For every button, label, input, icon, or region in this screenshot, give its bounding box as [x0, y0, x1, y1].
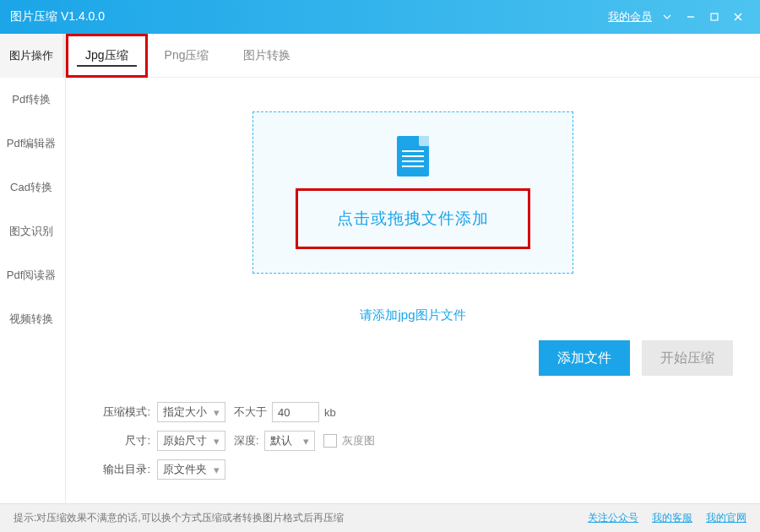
footer-tip: 提示:对压缩效果不满意的话,可以换个方式压缩或者转换图片格式后再压缩: [14, 511, 344, 525]
depth-label: 深度:: [234, 433, 259, 448]
sidebar-item-label: Pdf转换: [12, 92, 51, 107]
start-compress-button: 开始压缩: [642, 340, 733, 376]
size-label: 尺寸:: [91, 433, 150, 448]
tab-png[interactable]: Png压缩: [148, 34, 226, 78]
app-title: 图片压缩 V1.4.0.0: [10, 9, 105, 24]
sidebar-item-label: 图片操作: [9, 48, 53, 63]
sidebar-item-label: Pdf阅读器: [7, 268, 57, 283]
sidebar-item-image[interactable]: 图片操作: [0, 34, 65, 78]
drop-hint: 请添加jpg图片文件: [360, 307, 465, 323]
titlebar: 图片压缩 V1.4.0.0 我的会员: [0, 0, 760, 34]
maximize-button[interactable]: [703, 5, 726, 29]
footer: 提示:对压缩效果不满意的话,可以换个方式压缩或者转换图片格式后再压缩 关注公众号…: [0, 503, 760, 532]
footer-link-support[interactable]: 我的客服: [652, 511, 692, 525]
chevron-down-icon: ▾: [214, 464, 220, 476]
max-unit: kb: [324, 406, 336, 419]
tab-label: Jpg压缩: [85, 48, 128, 63]
footer-link-site[interactable]: 我的官网: [706, 511, 746, 525]
member-link[interactable]: 我的会员: [608, 9, 652, 24]
drop-text: 点击或拖拽文件添加: [337, 208, 489, 230]
drop-text-highlight: 点击或拖拽文件添加: [296, 188, 530, 249]
svg-rect-1: [711, 14, 718, 20]
mode-value: 指定大小: [163, 404, 207, 420]
minimize-button[interactable]: [679, 5, 703, 29]
chevron-down-icon: ▾: [214, 406, 220, 419]
max-label: 不大于: [234, 404, 267, 420]
tab-label: Png压缩: [165, 48, 209, 63]
sidebar-item-pdf-convert[interactable]: Pdf转换: [0, 78, 65, 122]
chevron-down-icon: ▾: [214, 435, 220, 448]
add-file-button[interactable]: 添加文件: [539, 340, 630, 376]
sidebar-item-cad[interactable]: Cad转换: [0, 166, 65, 209]
sidebar-item-label: Cad转换: [10, 180, 52, 195]
depth-select[interactable]: 默认 ▾: [264, 431, 315, 451]
sidebar-item-video[interactable]: 视频转换: [0, 297, 65, 341]
max-size-input[interactable]: 40: [272, 402, 319, 422]
chevron-down-icon: ▾: [303, 435, 309, 448]
grayscale-label: 灰度图: [342, 433, 375, 448]
dropdown-icon[interactable]: [655, 5, 679, 29]
output-label: 输出目录:: [91, 462, 150, 477]
size-select[interactable]: 原始尺寸 ▾: [157, 431, 225, 451]
sidebar-item-pdf-editor[interactable]: Pdf编辑器: [0, 122, 65, 166]
output-value: 原文件夹: [163, 462, 207, 477]
settings-panel: 压缩模式: 指定大小 ▾ 不大于 40 kb 尺寸: 原始尺寸 ▾ 深度: 默认: [66, 383, 760, 503]
content: Jpg压缩 Png压缩 图片转换 点击或拖拽文件添加 请添加jpg图片文件 添加…: [66, 34, 760, 503]
tab-convert[interactable]: 图片转换: [226, 34, 307, 78]
sidebar-item-ocr[interactable]: 图文识别: [0, 209, 65, 253]
mode-select[interactable]: 指定大小 ▾: [157, 402, 225, 422]
close-button[interactable]: [726, 5, 750, 29]
output-select[interactable]: 原文件夹 ▾: [157, 459, 225, 480]
footer-link-wechat[interactable]: 关注公众号: [588, 511, 638, 525]
size-value: 原始尺寸: [163, 433, 207, 448]
max-size-value: 40: [278, 406, 290, 419]
sidebar: 图片操作 Pdf转换 Pdf编辑器 Cad转换 图文识别 Pdf阅读器 视频转换: [0, 34, 66, 503]
sidebar-item-label: 视频转换: [9, 312, 53, 327]
sidebar-item-label: Pdf编辑器: [7, 136, 57, 151]
mode-label: 压缩模式:: [91, 404, 150, 420]
tabs: Jpg压缩 Png压缩 图片转换: [66, 34, 760, 78]
tab-jpg[interactable]: Jpg压缩: [66, 34, 148, 78]
drop-zone[interactable]: 点击或拖拽文件添加: [252, 111, 573, 274]
tab-label: 图片转换: [243, 48, 290, 63]
depth-value: 默认: [270, 433, 292, 448]
file-icon: [397, 136, 429, 176]
drop-area-wrap: 点击或拖拽文件添加 请添加jpg图片文件 添加文件 开始压缩: [66, 78, 760, 383]
sidebar-item-pdf-reader[interactable]: Pdf阅读器: [0, 253, 65, 297]
grayscale-checkbox[interactable]: [323, 434, 337, 448]
sidebar-item-label: 图文识别: [9, 224, 53, 239]
